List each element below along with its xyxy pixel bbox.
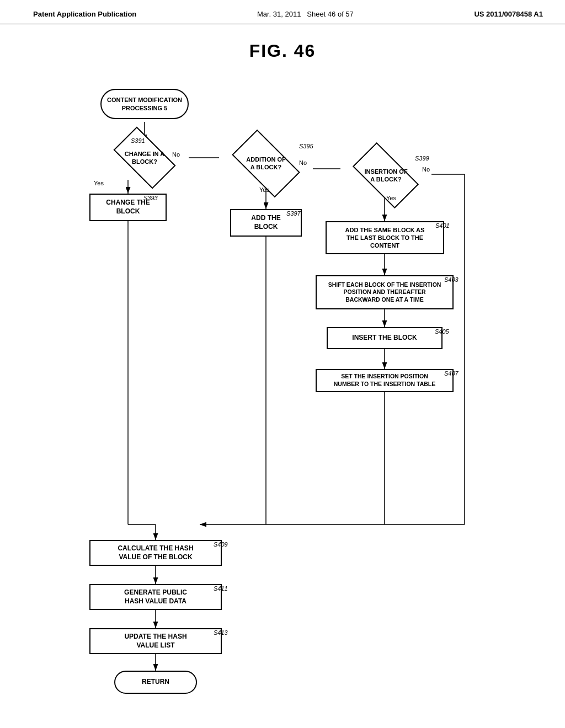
s391-label: S391 bbox=[131, 137, 145, 144]
s405-box: INSERT THE BLOCK bbox=[327, 327, 443, 349]
s409-text: CALCULATE THE HASH VALUE OF THE BLOCK bbox=[118, 544, 193, 561]
s403-text: SHIFT EACH BLOCK OF THE INSERTION POSITI… bbox=[328, 281, 441, 304]
header-date-sheet: Mar. 31, 2011 Sheet 46 of 57 bbox=[257, 10, 354, 18]
s411-label: S411 bbox=[214, 585, 228, 592]
end-label: RETURN bbox=[142, 678, 169, 687]
s397-label: S397 bbox=[286, 210, 301, 217]
s405-text: INSERT THE BLOCK bbox=[352, 334, 417, 342]
s413-box: UPDATE THE HASH VALUE LIST bbox=[89, 628, 222, 654]
s407-box: SET THE INSERTION POSITION NUMBER TO THE… bbox=[316, 369, 454, 392]
s401-box: ADD THE SAME BLOCK AS THE LAST BLOCK TO … bbox=[326, 221, 444, 254]
s399-yes-label: Yes bbox=[386, 195, 396, 201]
s395-no-label: No bbox=[299, 159, 307, 166]
s413-label: S413 bbox=[214, 629, 228, 636]
start-label: CONTENT MODIFICATION PROCESSING 5 bbox=[107, 96, 182, 112]
s411-box: GENERATE PUBLIC HASH VALUE DATA bbox=[89, 584, 222, 610]
s399-text: INSERTION OF A BLOCK? bbox=[364, 168, 407, 184]
s409-label: S409 bbox=[214, 541, 228, 548]
s407-text: SET THE INSERTION POSITION NUMBER TO THE… bbox=[334, 373, 436, 388]
flowchart: CONTENT MODIFICATION PROCESSING 5 CHANGE… bbox=[34, 72, 531, 695]
s395-label: S395 bbox=[299, 143, 313, 149]
s391-no-label: No bbox=[172, 151, 180, 158]
s405-label: S405 bbox=[435, 328, 449, 335]
s399-no-label: No bbox=[422, 166, 430, 173]
s395-yes-label: Yes bbox=[259, 186, 269, 193]
s395-text: ADDITION OF A BLOCK? bbox=[246, 156, 286, 172]
s393-text: CHANGE THE BLOCK bbox=[106, 199, 150, 216]
s409-box: CALCULATE THE HASH VALUE OF THE BLOCK bbox=[89, 540, 222, 566]
s411-text: GENERATE PUBLIC HASH VALUE DATA bbox=[124, 588, 187, 606]
page-header: Patent Application Publication Mar. 31, … bbox=[0, 0, 565, 24]
figure-title: FIG. 46 bbox=[0, 41, 565, 61]
end-node: RETURN bbox=[114, 671, 197, 694]
start-node: CONTENT MODIFICATION PROCESSING 5 bbox=[100, 89, 189, 119]
s413-text: UPDATE THE HASH VALUE LIST bbox=[124, 633, 186, 650]
s399-label: S399 bbox=[415, 155, 429, 162]
s391-text: CHANGE IN A BLOCK? bbox=[125, 150, 164, 166]
s401-label: S401 bbox=[435, 222, 450, 229]
s393-label: S393 bbox=[143, 195, 158, 201]
s403-label: S403 bbox=[444, 276, 459, 283]
header-sheet: Sheet 46 of 57 bbox=[307, 10, 354, 18]
s397-text: ADD THE BLOCK bbox=[251, 214, 280, 231]
s403-box: SHIFT EACH BLOCK OF THE INSERTION POSITI… bbox=[316, 275, 454, 309]
s407-label: S407 bbox=[444, 370, 459, 377]
s391-yes-label: Yes bbox=[94, 180, 104, 186]
header-date: Mar. 31, 2011 bbox=[257, 10, 301, 18]
header-publication-label: Patent Application Publication bbox=[33, 10, 136, 18]
s401-text: ADD THE SAME BLOCK AS THE LAST BLOCK TO … bbox=[345, 226, 425, 250]
header-patent-number: US 2011/0078458 A1 bbox=[474, 10, 543, 18]
